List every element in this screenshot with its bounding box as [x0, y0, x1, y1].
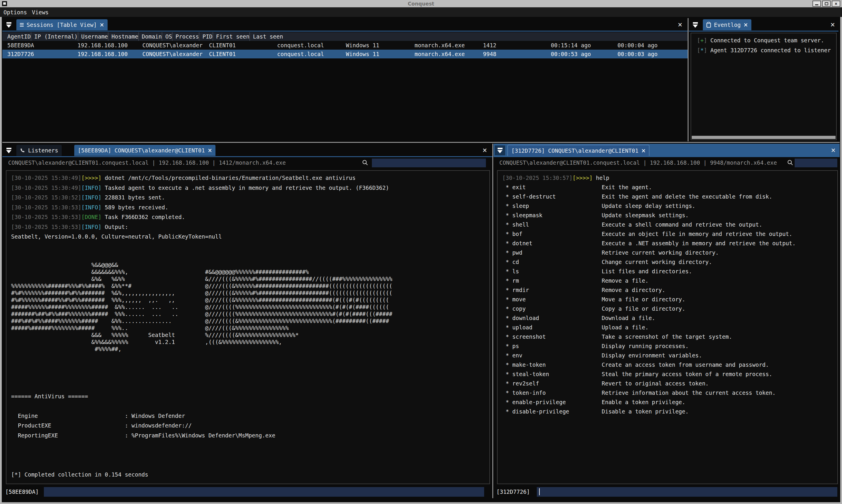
help-command: * steal-token [502, 370, 602, 379]
search-icon [787, 159, 793, 167]
help-description: Execute a shell command and retrieve the… [602, 221, 762, 228]
console-line: [30-10-2025 15:30:49][>>>>] dotnet /mnt/… [11, 173, 489, 183]
sessions-table-header: AgentIDIP (Internal)UsernameHostnameDoma… [2, 32, 688, 41]
command-input[interactable] [537, 487, 837, 497]
help-description: Display environment variables. [602, 352, 702, 359]
console-line: [30-10-2025 15:30:49][INFO] Tasked agent… [11, 183, 489, 193]
tab-close-icon[interactable]: × [744, 22, 748, 28]
left-console-close-button[interactable]: × [482, 147, 487, 154]
tab-close-icon[interactable]: × [100, 22, 104, 28]
menu-bar: Options Views [0, 7, 842, 17]
help-line: * copyCopy a file or directory. [502, 304, 837, 313]
tab-session-58EE89DA[interactable]: [58EE89DA] CONQUEST\alexander@CLIENT01 × [74, 145, 216, 156]
right-console-output: [30-10-2025 15:30:57][>>>>] help * exitE… [497, 170, 838, 484]
console-line [11, 382, 489, 392]
maximize-button[interactable] [822, 1, 830, 7]
command-input[interactable] [44, 487, 484, 497]
cell-os: Windows 11 [343, 41, 412, 50]
help-line: * envDisplay environment variables. [502, 351, 837, 360]
tab-listeners[interactable]: Listeners [16, 145, 62, 156]
help-line: * pwdRetrieve current working directory. [502, 248, 837, 257]
window-titlebar[interactable]: Conquest × [0, 0, 842, 7]
minimize-icon [815, 4, 818, 5]
right-console-collapse-button[interactable] [495, 145, 505, 155]
header-divider [689, 31, 839, 32]
eventlog-collapse-button[interactable] [690, 20, 701, 30]
help-line: * rmRemove a file. [502, 276, 837, 285]
column-header: Username [78, 32, 108, 41]
eventlog-output: [+] Connected to Conquest team server.[*… [690, 33, 837, 140]
session-row[interactable]: 58EE89DA 192.168.168.100 CONQUEST\alexan… [2, 41, 688, 50]
help-line: * psDisplay running processes. [502, 341, 837, 351]
tab-close-icon[interactable]: × [208, 147, 212, 153]
help-description: Exit the agent. [602, 184, 652, 191]
text-cursor [539, 488, 540, 495]
tab-session-312D7726[interactable]: [312D7726] CONQUEST\alexander@CLIENT01 × [508, 145, 649, 156]
help-description: Remove a directory. [602, 287, 665, 293]
seatbelt-ascii-banner: %&&@@@&& &&&&&&&%%%, #&&@@@@@@%%%%%%####… [11, 262, 489, 353]
horizontal-scrollbar[interactable] [692, 136, 836, 139]
eventlog-line: [*] Agent 312D7726 connected to listener [696, 46, 836, 55]
splitter-horizontal[interactable] [2, 142, 840, 143]
help-description: Update sleep delay settings. [602, 203, 695, 209]
sessions-collapse-button[interactable] [3, 20, 14, 30]
console-line [11, 460, 489, 470]
help-line: * rmdirRemove a directory. [502, 285, 837, 295]
tab-eventlog[interactable]: Eventlog × [703, 19, 751, 30]
tab-close-icon[interactable]: × [641, 148, 646, 154]
help-line: * downloadDownload a file. [502, 313, 837, 323]
console-line [11, 251, 489, 262]
close-button[interactable]: × [832, 1, 840, 7]
column-header: Process [172, 32, 199, 41]
eventlog-line: [+] Connected to Conquest team server. [696, 36, 836, 46]
cell-pid: 1412 [480, 41, 548, 50]
left-console-collapse-button[interactable] [3, 145, 14, 155]
search-input[interactable] [795, 159, 837, 167]
help-command: * env [502, 351, 602, 360]
console-line [11, 242, 489, 252]
tab-label: Listeners [28, 147, 58, 154]
splitter-top-vertical[interactable] [688, 18, 688, 141]
collapse-bar-icon [6, 148, 12, 149]
header-divider [2, 31, 688, 32]
help-command: * copy [502, 304, 602, 313]
help-line: * dotnetExecute a .NET assembly in memor… [502, 238, 837, 248]
cell-ip: 192.168.168.100 [74, 41, 139, 50]
cell-last-seen: 00:00:04 ago [615, 41, 688, 50]
help-command: * rm [502, 276, 602, 285]
column-header: AgentID [4, 32, 31, 41]
help-command: * token-info [502, 388, 602, 397]
minimize-button[interactable] [812, 1, 821, 7]
help-command: * rmdir [502, 285, 602, 295]
console-line [11, 362, 489, 372]
sessions-panel-close-button[interactable]: × [678, 21, 682, 28]
column-header: IP (Internal) [31, 32, 78, 41]
menu-options[interactable]: Options [3, 9, 27, 16]
right-command-bar: [312D7726] [494, 486, 840, 497]
column-header: Hostname [108, 32, 138, 41]
tab-label: [58EE89DA] CONQUEST\alexander@CLIENT01 [78, 147, 205, 154]
eventlog-panel-close-button[interactable]: × [830, 21, 835, 28]
console-line: [30-10-2025 15:30:57][>>>>] help [502, 173, 837, 182]
cell-last-seen: 00:00:03 ago [615, 50, 688, 58]
right-console-panel: [312D7726] CONQUEST\alexander@CLIENT01 ×… [494, 144, 840, 499]
help-description: Upload a file. [602, 324, 649, 330]
search-input[interactable] [372, 159, 486, 167]
collapse-bar-icon [6, 22, 12, 24]
menu-views[interactable]: Views [32, 9, 49, 16]
tab-sessions-table-view[interactable]: Sessions [Table View] × [16, 19, 108, 30]
collapse-bar-icon [498, 148, 502, 149]
right-console-close-button[interactable]: × [831, 147, 836, 154]
help-command: * download [502, 313, 602, 323]
help-command: * move [502, 295, 602, 304]
help-line: * lsList files and directories. [502, 267, 837, 276]
session-row[interactable]: 312D7726 192.168.168.100 CONQUEST\alexan… [2, 50, 688, 58]
help-line: * self-destructExit the agent and delete… [502, 192, 837, 201]
help-description: Change current working directory. [602, 259, 712, 265]
window-frame-right [840, 17, 842, 504]
header-divider [2, 156, 492, 157]
console-line [11, 401, 489, 411]
splitter-bottom-vertical[interactable] [492, 144, 493, 498]
cell-username: CONQUEST\alexander [139, 50, 206, 58]
help-command: * bof [502, 229, 602, 238]
